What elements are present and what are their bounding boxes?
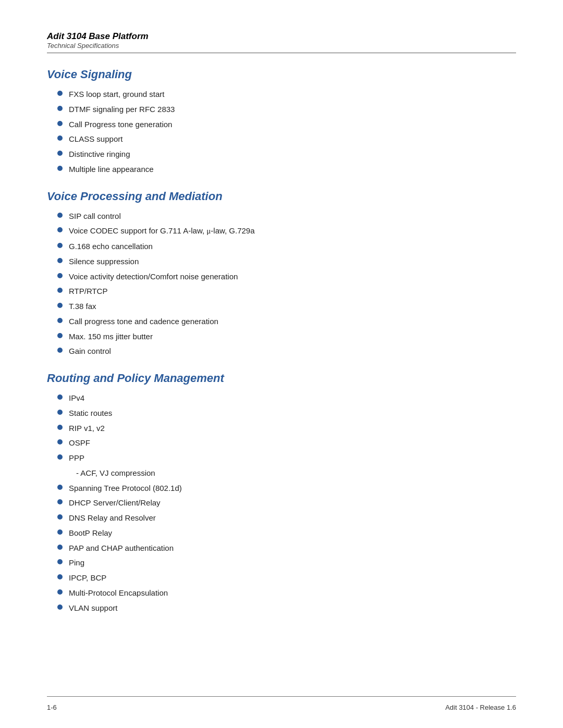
page-footer: 1-6 Adit 3104 - Release 1.6 [47, 704, 516, 711]
list-item: Call Progress tone generation [57, 119, 516, 130]
voice-signaling-title: Voice Signaling [47, 68, 516, 81]
bullet-icon [57, 243, 63, 248]
list-item-text: Multiple line appearance [69, 164, 154, 175]
bullet-icon [57, 410, 63, 415]
bullet-icon [57, 499, 63, 504]
page: Adit 3104 Base Platform Technical Specif… [0, 0, 563, 728]
list-item: DNS Relay and Resolver [57, 512, 516, 524]
bullet-icon [57, 227, 63, 232]
bullet-icon [57, 394, 63, 400]
list-item: Distinctive ringing [57, 149, 516, 160]
list-item-text: RTP/RTCP [69, 286, 107, 297]
list-item: Gain control [57, 346, 516, 357]
list-item-text: BootP Relay [69, 527, 112, 539]
bullet-icon [57, 106, 63, 111]
list-item-text: Ping [69, 557, 84, 569]
list-item: BootP Relay [57, 527, 516, 539]
list-item: Voice CODEC support for G.711 A-law, μ-l… [57, 225, 516, 237]
footer-rule [47, 696, 516, 697]
bullet-icon [57, 151, 63, 156]
list-item: RIP v1, v2 [57, 423, 516, 434]
list-item-text: Call progress tone and cadence generatio… [69, 316, 218, 327]
bullet-icon [57, 574, 63, 579]
list-item-text: Call Progress tone generation [69, 119, 172, 130]
list-item-text: Static routes [69, 408, 112, 419]
footer-page-number: 1-6 [47, 704, 57, 711]
list-item: Static routes [57, 408, 516, 419]
voice-processing-section: Voice Processing and Mediation SIP call … [47, 190, 516, 357]
bullet-icon [57, 604, 63, 610]
list-item-text: PAP and CHAP authentication [69, 542, 174, 554]
list-item-text: Multi-Protocol Encapsulation [69, 587, 168, 599]
bullet-icon [57, 213, 63, 218]
bullet-icon [57, 303, 63, 308]
bullet-icon [57, 135, 63, 141]
bullet-icon [57, 559, 63, 564]
bullet-icon [57, 589, 63, 595]
ppp-subitem: - ACF, VJ compression [57, 467, 516, 479]
list-item-text: IPv4 [69, 392, 84, 404]
list-item-text: T.38 fax [69, 301, 96, 312]
list-item: FXS loop start, ground start [57, 89, 516, 100]
bullet-icon [57, 166, 63, 171]
bullet-icon [57, 529, 63, 535]
list-item: Spanning Tree Protocol (802.1d) [57, 483, 516, 494]
list-item-text: VLAN support [69, 602, 117, 614]
bullet-icon [57, 91, 63, 96]
list-item-text: Gain control [69, 346, 111, 357]
list-item: DTMF signaling per RFC 2833 [57, 104, 516, 115]
list-item-text: FXS loop start, ground start [69, 89, 164, 100]
header-title: Adit 3104 Base Platform [47, 31, 516, 42]
list-item-text: RIP v1, v2 [69, 423, 105, 434]
list-item: T.38 fax [57, 301, 516, 312]
list-item: VLAN support [57, 602, 516, 614]
footer-release: Adit 3104 - Release 1.6 [445, 704, 516, 711]
list-item: Multiple line appearance [57, 164, 516, 175]
list-item: Max. 150 ms jitter butter [57, 331, 516, 342]
list-item-text: Spanning Tree Protocol (802.1d) [69, 483, 182, 494]
list-item: DHCP Server/Client/Relay [57, 497, 516, 509]
list-item-text: Distinctive ringing [69, 149, 130, 160]
list-item-text: DNS Relay and Resolver [69, 512, 156, 524]
bullet-icon [57, 545, 63, 550]
list-item: IPv4 [57, 392, 516, 404]
voice-processing-list: SIP call control Voice CODEC support for… [47, 211, 516, 357]
list-item: PPP [57, 452, 516, 464]
header-rule [47, 53, 516, 53]
list-item-text: Voice activity detection/Comfort noise g… [69, 271, 238, 282]
list-item-text: PPP [69, 452, 84, 464]
bullet-icon [57, 318, 63, 323]
voice-signaling-section: Voice Signaling FXS loop start, ground s… [47, 68, 516, 175]
bullet-icon [57, 333, 63, 338]
list-item: Multi-Protocol Encapsulation [57, 587, 516, 599]
routing-policy-title: Routing and Policy Management [47, 372, 516, 385]
list-item-text: DTMF signaling per RFC 2833 [69, 104, 175, 115]
list-item: CLASS support [57, 133, 516, 145]
bullet-icon [57, 273, 63, 278]
bullet-icon [57, 258, 63, 263]
list-item: Silence suppression [57, 256, 516, 267]
list-item-text: CLASS support [69, 133, 123, 145]
list-item-text: DHCP Server/Client/Relay [69, 497, 161, 509]
list-item-text: G.168 echo cancellation [69, 241, 153, 252]
bullet-icon [57, 514, 63, 520]
list-item: Ping [57, 557, 516, 569]
list-item-text: Silence suppression [69, 256, 139, 267]
bullet-icon [57, 454, 63, 460]
list-item-text: IPCP, BCP [69, 572, 106, 584]
list-item-text: OSPF [69, 437, 90, 449]
list-item: OSPF [57, 437, 516, 449]
list-item: Voice activity detection/Comfort noise g… [57, 271, 516, 282]
list-item: PAP and CHAP authentication [57, 542, 516, 554]
list-item: IPCP, BCP [57, 572, 516, 584]
bullet-icon [57, 425, 63, 430]
page-header: Adit 3104 Base Platform Technical Specif… [47, 31, 516, 53]
list-item-text: SIP call control [69, 211, 121, 222]
bullet-icon [57, 348, 63, 353]
routing-policy-section: Routing and Policy Management IPv4 Stati… [47, 372, 516, 613]
list-item: Call progress tone and cadence generatio… [57, 316, 516, 327]
bullet-icon [57, 439, 63, 445]
routing-policy-list: IPv4 Static routes RIP v1, v2 OSPF PPP -… [47, 392, 516, 613]
bullet-icon [57, 288, 63, 293]
list-item: SIP call control [57, 211, 516, 222]
